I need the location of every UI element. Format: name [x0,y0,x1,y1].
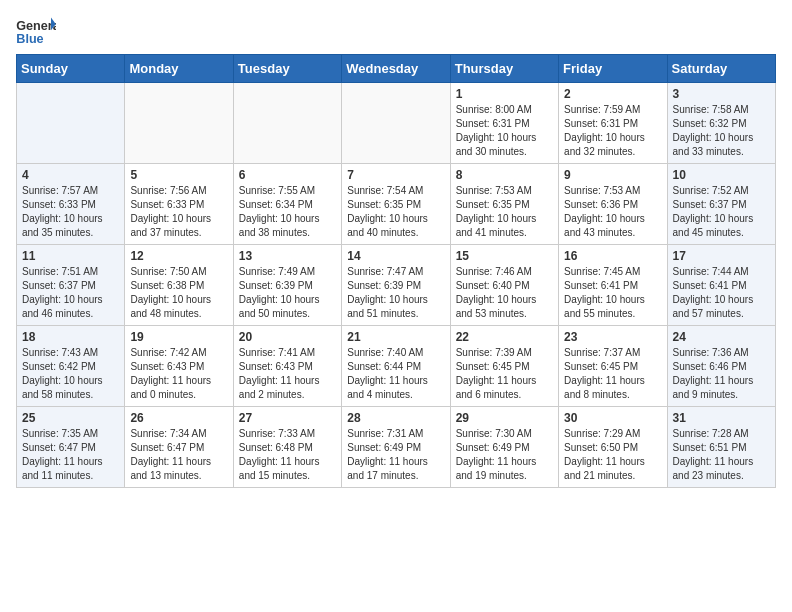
day-info: Sunrise: 7:37 AMSunset: 6:45 PMDaylight:… [564,346,661,402]
day-info: Sunrise: 7:30 AMSunset: 6:49 PMDaylight:… [456,427,553,483]
day-info: Sunrise: 7:49 AMSunset: 6:39 PMDaylight:… [239,265,336,321]
calendar-week-2: 4Sunrise: 7:57 AMSunset: 6:33 PMDaylight… [17,164,776,245]
day-info: Sunrise: 7:52 AMSunset: 6:37 PMDaylight:… [673,184,770,240]
day-info: Sunrise: 7:40 AMSunset: 6:44 PMDaylight:… [347,346,444,402]
svg-text:Blue: Blue [16,32,43,46]
calendar-cell [17,83,125,164]
day-info: Sunrise: 7:41 AMSunset: 6:43 PMDaylight:… [239,346,336,402]
day-info: Sunrise: 7:51 AMSunset: 6:37 PMDaylight:… [22,265,119,321]
calendar-cell [125,83,233,164]
calendar-cell: 5Sunrise: 7:56 AMSunset: 6:33 PMDaylight… [125,164,233,245]
day-info: Sunrise: 7:39 AMSunset: 6:45 PMDaylight:… [456,346,553,402]
day-number: 1 [456,87,553,101]
day-number: 24 [673,330,770,344]
day-info: Sunrise: 7:58 AMSunset: 6:32 PMDaylight:… [673,103,770,159]
day-info: Sunrise: 7:57 AMSunset: 6:33 PMDaylight:… [22,184,119,240]
day-number: 8 [456,168,553,182]
day-number: 16 [564,249,661,263]
calendar-cell: 13Sunrise: 7:49 AMSunset: 6:39 PMDayligh… [233,245,341,326]
day-info: Sunrise: 7:46 AMSunset: 6:40 PMDaylight:… [456,265,553,321]
day-info: Sunrise: 7:33 AMSunset: 6:48 PMDaylight:… [239,427,336,483]
day-number: 25 [22,411,119,425]
day-number: 30 [564,411,661,425]
calendar-cell: 28Sunrise: 7:31 AMSunset: 6:49 PMDayligh… [342,407,450,488]
calendar-week-1: 1Sunrise: 8:00 AMSunset: 6:31 PMDaylight… [17,83,776,164]
calendar-cell: 21Sunrise: 7:40 AMSunset: 6:44 PMDayligh… [342,326,450,407]
header: General Blue [16,16,776,46]
day-number: 21 [347,330,444,344]
day-number: 18 [22,330,119,344]
day-number: 13 [239,249,336,263]
calendar-cell: 31Sunrise: 7:28 AMSunset: 6:51 PMDayligh… [667,407,775,488]
day-number: 15 [456,249,553,263]
calendar-cell: 27Sunrise: 7:33 AMSunset: 6:48 PMDayligh… [233,407,341,488]
day-info: Sunrise: 8:00 AMSunset: 6:31 PMDaylight:… [456,103,553,159]
calendar-cell: 29Sunrise: 7:30 AMSunset: 6:49 PMDayligh… [450,407,558,488]
day-number: 12 [130,249,227,263]
day-number: 29 [456,411,553,425]
calendar-cell: 24Sunrise: 7:36 AMSunset: 6:46 PMDayligh… [667,326,775,407]
calendar-cell: 11Sunrise: 7:51 AMSunset: 6:37 PMDayligh… [17,245,125,326]
calendar-header-row: SundayMondayTuesdayWednesdayThursdayFrid… [17,55,776,83]
day-number: 17 [673,249,770,263]
calendar-cell: 30Sunrise: 7:29 AMSunset: 6:50 PMDayligh… [559,407,667,488]
calendar-cell: 2Sunrise: 7:59 AMSunset: 6:31 PMDaylight… [559,83,667,164]
calendar-header-monday: Monday [125,55,233,83]
calendar-cell: 3Sunrise: 7:58 AMSunset: 6:32 PMDaylight… [667,83,775,164]
calendar-cell: 17Sunrise: 7:44 AMSunset: 6:41 PMDayligh… [667,245,775,326]
calendar-header-wednesday: Wednesday [342,55,450,83]
calendar-cell [233,83,341,164]
day-number: 27 [239,411,336,425]
logo: General Blue [16,16,56,46]
day-number: 5 [130,168,227,182]
calendar-cell: 1Sunrise: 8:00 AMSunset: 6:31 PMDaylight… [450,83,558,164]
calendar-cell: 23Sunrise: 7:37 AMSunset: 6:45 PMDayligh… [559,326,667,407]
day-number: 22 [456,330,553,344]
calendar-cell: 26Sunrise: 7:34 AMSunset: 6:47 PMDayligh… [125,407,233,488]
calendar-cell: 14Sunrise: 7:47 AMSunset: 6:39 PMDayligh… [342,245,450,326]
day-info: Sunrise: 7:34 AMSunset: 6:47 PMDaylight:… [130,427,227,483]
day-info: Sunrise: 7:43 AMSunset: 6:42 PMDaylight:… [22,346,119,402]
calendar-cell: 15Sunrise: 7:46 AMSunset: 6:40 PMDayligh… [450,245,558,326]
day-info: Sunrise: 7:36 AMSunset: 6:46 PMDaylight:… [673,346,770,402]
day-number: 28 [347,411,444,425]
calendar-cell: 9Sunrise: 7:53 AMSunset: 6:36 PMDaylight… [559,164,667,245]
calendar-cell: 20Sunrise: 7:41 AMSunset: 6:43 PMDayligh… [233,326,341,407]
day-number: 14 [347,249,444,263]
calendar-header-friday: Friday [559,55,667,83]
calendar-cell: 6Sunrise: 7:55 AMSunset: 6:34 PMDaylight… [233,164,341,245]
calendar-header-thursday: Thursday [450,55,558,83]
calendar-cell: 12Sunrise: 7:50 AMSunset: 6:38 PMDayligh… [125,245,233,326]
calendar-header-tuesday: Tuesday [233,55,341,83]
calendar-cell: 22Sunrise: 7:39 AMSunset: 6:45 PMDayligh… [450,326,558,407]
calendar-cell: 8Sunrise: 7:53 AMSunset: 6:35 PMDaylight… [450,164,558,245]
day-info: Sunrise: 7:53 AMSunset: 6:36 PMDaylight:… [564,184,661,240]
day-number: 26 [130,411,227,425]
calendar-header-saturday: Saturday [667,55,775,83]
day-info: Sunrise: 7:42 AMSunset: 6:43 PMDaylight:… [130,346,227,402]
calendar-week-4: 18Sunrise: 7:43 AMSunset: 6:42 PMDayligh… [17,326,776,407]
calendar-cell: 4Sunrise: 7:57 AMSunset: 6:33 PMDaylight… [17,164,125,245]
day-info: Sunrise: 7:47 AMSunset: 6:39 PMDaylight:… [347,265,444,321]
day-number: 6 [239,168,336,182]
day-number: 9 [564,168,661,182]
calendar-cell [342,83,450,164]
day-number: 7 [347,168,444,182]
day-number: 2 [564,87,661,101]
day-info: Sunrise: 7:28 AMSunset: 6:51 PMDaylight:… [673,427,770,483]
day-number: 4 [22,168,119,182]
calendar-cell: 18Sunrise: 7:43 AMSunset: 6:42 PMDayligh… [17,326,125,407]
calendar: SundayMondayTuesdayWednesdayThursdayFrid… [16,54,776,488]
calendar-week-5: 25Sunrise: 7:35 AMSunset: 6:47 PMDayligh… [17,407,776,488]
day-info: Sunrise: 7:50 AMSunset: 6:38 PMDaylight:… [130,265,227,321]
day-number: 3 [673,87,770,101]
day-number: 11 [22,249,119,263]
day-info: Sunrise: 7:59 AMSunset: 6:31 PMDaylight:… [564,103,661,159]
day-info: Sunrise: 7:53 AMSunset: 6:35 PMDaylight:… [456,184,553,240]
logo-icon: General Blue [16,16,56,46]
day-number: 19 [130,330,227,344]
day-info: Sunrise: 7:56 AMSunset: 6:33 PMDaylight:… [130,184,227,240]
day-number: 31 [673,411,770,425]
day-info: Sunrise: 7:44 AMSunset: 6:41 PMDaylight:… [673,265,770,321]
day-info: Sunrise: 7:35 AMSunset: 6:47 PMDaylight:… [22,427,119,483]
